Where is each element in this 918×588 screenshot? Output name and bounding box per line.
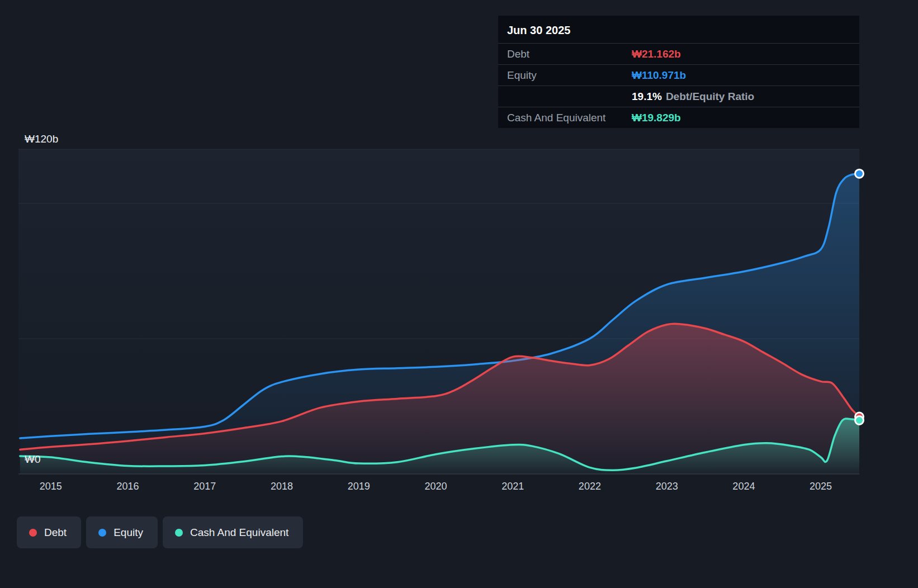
tooltip-row-equity: Equity ₩110.971b xyxy=(498,64,859,86)
x-tick-2020: 2020 xyxy=(424,481,447,492)
equity-legend-dot-icon xyxy=(98,529,106,537)
tooltip-cash-value: ₩19.829b xyxy=(632,111,681,125)
tooltip-row-cash: Cash And Equivalent ₩19.829b xyxy=(498,107,859,128)
tooltip-debt-label: Debt xyxy=(507,47,632,61)
legend-item-cash-and-equivalent[interactable]: Cash And Equivalent xyxy=(163,516,303,548)
x-tick-2019: 2019 xyxy=(348,481,370,492)
legend-label: Equity xyxy=(113,527,143,539)
debt-legend-dot-icon xyxy=(29,529,37,537)
legend-label: Cash And Equivalent xyxy=(190,527,288,539)
x-tick-2018: 2018 xyxy=(271,481,293,492)
tooltip-row-ratio: 19.1%Debt/Equity Ratio xyxy=(498,86,859,107)
chart-legend: DebtEquityCash And Equivalent xyxy=(17,516,303,548)
legend-item-debt[interactable]: Debt xyxy=(17,516,81,548)
cash-and-equivalent-legend-dot-icon xyxy=(175,529,183,537)
tooltip-ratio-value: 19.1% xyxy=(632,91,662,102)
tooltip-date: Jun 30 2025 xyxy=(498,16,859,43)
x-tick-2021: 2021 xyxy=(501,481,524,492)
cash-and-equivalent-end-marker xyxy=(855,416,864,425)
legend-label: Debt xyxy=(44,527,67,539)
y-axis-max-label: ₩120b xyxy=(25,133,58,145)
tooltip-equity-label: Equity xyxy=(507,68,632,82)
tooltip-ratio: 19.1%Debt/Equity Ratio xyxy=(632,89,754,103)
tooltip-row-debt: Debt ₩21.162b xyxy=(498,43,859,64)
tooltip-debt-value: ₩21.162b xyxy=(632,47,681,61)
x-tick-2024: 2024 xyxy=(732,481,755,492)
x-tick-2023: 2023 xyxy=(656,481,678,492)
x-tick-2017: 2017 xyxy=(193,481,216,492)
tooltip-equity-value: ₩110.971b xyxy=(632,68,686,82)
tooltip-cash-label: Cash And Equivalent xyxy=(507,111,632,125)
equity-end-marker xyxy=(855,169,864,178)
y-axis-zero-label: ₩0 xyxy=(25,453,41,466)
hover-tooltip: Jun 30 2025 Debt ₩21.162b Equity ₩110.97… xyxy=(498,16,859,128)
tooltip-ratio-label: Debt/Equity Ratio xyxy=(666,91,754,102)
legend-item-equity[interactable]: Equity xyxy=(86,516,158,548)
x-tick-2025: 2025 xyxy=(810,481,832,492)
x-tick-2015: 2015 xyxy=(40,481,62,492)
x-tick-2022: 2022 xyxy=(579,481,601,492)
x-tick-2016: 2016 xyxy=(117,481,139,492)
